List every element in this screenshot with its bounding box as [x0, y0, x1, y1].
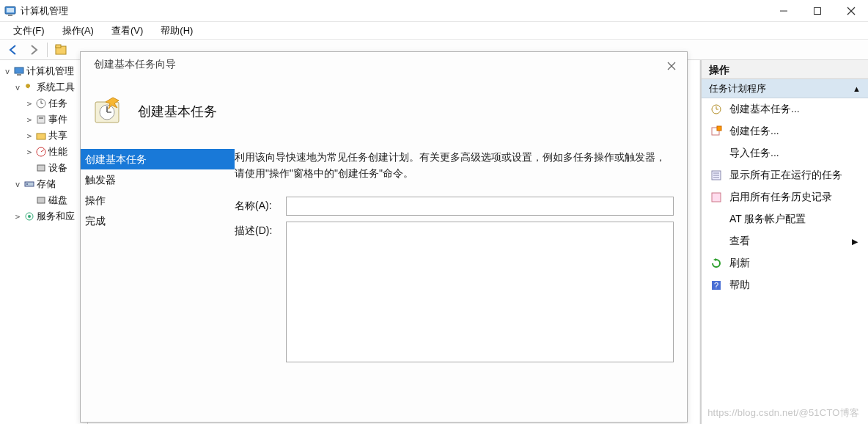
svg-rect-24 — [717, 126, 721, 131]
svg-rect-29 — [712, 193, 721, 202]
perf-icon — [35, 146, 47, 158]
share-icon — [35, 130, 47, 142]
expander-icon[interactable]: > — [13, 212, 22, 222]
history-icon — [710, 191, 722, 203]
toolbar-button[interactable] — [52, 42, 70, 58]
window-title: 计算机管理 — [21, 4, 68, 18]
wizard-step-action[interactable]: 操作 — [81, 190, 235, 211]
tree-label: 任务 — [48, 97, 67, 110]
minimize-button[interactable] — [767, 0, 801, 21]
menu-action[interactable]: 操作(A) — [55, 23, 101, 39]
svg-rect-1 — [7, 8, 14, 12]
wrench-icon — [23, 81, 35, 93]
dialog-close-button[interactable] — [665, 59, 678, 73]
actions-header: 操作 — [702, 60, 868, 79]
action-group-title[interactable]: 任务计划程序 ▲ — [702, 79, 868, 98]
computer-icon — [13, 65, 25, 77]
action-view-submenu[interactable]: 查看 ▶ — [702, 230, 868, 252]
disk-icon — [35, 194, 47, 206]
wizard-step-trigger[interactable]: 触发器 — [81, 169, 235, 190]
tree-panel: v 计算机管理 v 系统工具 > 任务 > 事件 > 共享 > 性能 — [0, 60, 88, 424]
description-label: 描述(D): — [235, 222, 286, 238]
refresh-icon — [710, 257, 722, 269]
menu-view[interactable]: 查看(V) — [104, 23, 150, 39]
clock-icon — [35, 98, 47, 109]
maximize-button[interactable] — [801, 0, 834, 21]
expander-icon[interactable]: v — [3, 67, 12, 76]
action-at-config[interactable]: AT 服务帐户配置 — [702, 208, 868, 230]
name-input[interactable] — [286, 197, 674, 216]
action-import-task[interactable]: 导入任务... — [702, 142, 868, 164]
tree-shared-folders[interactable]: > 共享 — [0, 128, 87, 144]
svg-rect-19 — [37, 197, 45, 203]
expander-icon[interactable]: > — [25, 99, 34, 109]
description-input[interactable] — [286, 222, 674, 362]
svg-rect-4 — [814, 7, 821, 14]
nav-forward-button[interactable] — [25, 42, 43, 58]
tree-label: 存储 — [37, 178, 56, 191]
tree-disk-management[interactable]: 磁盘 — [0, 192, 87, 208]
action-label: 创建基本任务... — [729, 103, 800, 116]
task-new-icon — [710, 125, 722, 137]
list-icon — [710, 169, 722, 181]
expander-icon[interactable]: > — [25, 131, 34, 141]
actions-panel: 操作 任务计划程序 ▲ 创建基本任务... 创建任务... 导入任务... 显示… — [701, 60, 868, 424]
wizard-description: 利用该向导快速地为常见任务创建计划。有关更多高级选项或设置，例如多任务操作或触发… — [235, 149, 674, 182]
action-help[interactable]: ? 帮助 — [702, 274, 868, 296]
expander-icon[interactable]: > — [25, 115, 34, 125]
tree-event-viewer[interactable]: > 事件 — [0, 112, 87, 128]
svg-rect-8 — [56, 45, 61, 48]
tree-services[interactable]: > 服务和应 — [0, 208, 87, 224]
menu-help[interactable]: 帮助(H) — [153, 23, 200, 39]
svg-rect-9 — [15, 67, 23, 73]
blank-icon — [710, 147, 722, 159]
expander-icon[interactable]: > — [25, 147, 34, 157]
action-label: 帮助 — [729, 279, 750, 292]
action-label: 刷新 — [729, 257, 750, 270]
tree-device-manager[interactable]: 设备 — [0, 160, 87, 176]
tree-performance[interactable]: > 性能 — [0, 144, 87, 160]
name-label: 名称(A): — [235, 197, 286, 213]
tree-label: 性能 — [48, 145, 67, 158]
action-show-running[interactable]: 显示所有正在运行的任务 — [702, 164, 868, 186]
storage-icon — [23, 178, 35, 190]
wizard-step-finish[interactable]: 完成 — [81, 211, 235, 231]
nav-back-button[interactable] — [4, 42, 22, 58]
action-label: 启用所有任务历史记录 — [729, 191, 832, 204]
tree-label: 服务和应 — [37, 210, 75, 223]
tree-label: 磁盘 — [48, 194, 67, 207]
title-bar: 计算机管理 — [0, 0, 868, 22]
svg-rect-10 — [17, 74, 21, 76]
device-icon — [35, 162, 47, 174]
action-enable-history[interactable]: 启用所有任务历史记录 — [702, 186, 868, 208]
wizard-steps: 创建基本任务 触发器 操作 完成 — [81, 149, 235, 422]
wizard-dialog: 创建基本任务向导 创建基本任务 创建基本任务 触发器 操作 完成 利用该向导快速… — [80, 51, 688, 423]
tree-root[interactable]: v 计算机管理 — [0, 63, 87, 79]
expander-icon[interactable]: v — [13, 83, 22, 92]
svg-rect-14 — [37, 134, 45, 139]
tree-task-scheduler[interactable]: > 任务 — [0, 95, 87, 112]
wizard-step-create[interactable]: 创建基本任务 — [81, 149, 235, 169]
tree-system-tools[interactable]: v 系统工具 — [0, 79, 87, 95]
dialog-title: 创建基本任务向导 — [94, 58, 176, 71]
action-create-task[interactable]: 创建任务... — [702, 120, 868, 142]
action-refresh[interactable]: 刷新 — [702, 252, 868, 274]
collapse-icon: ▲ — [853, 79, 861, 98]
wizard-hero-icon — [92, 96, 123, 127]
close-button[interactable] — [834, 0, 868, 21]
tree-label: 系统工具 — [37, 81, 75, 94]
chevron-right-icon: ▶ — [852, 237, 858, 246]
action-create-basic-task[interactable]: 创建基本任务... — [702, 98, 868, 120]
action-label: 查看 — [729, 235, 750, 248]
svg-text:?: ? — [714, 281, 718, 290]
tree-storage[interactable]: v 存储 — [0, 176, 87, 192]
svg-rect-2 — [8, 15, 12, 16]
action-label: 导入任务... — [729, 147, 779, 160]
event-icon — [35, 114, 47, 125]
menu-file[interactable]: 文件(F) — [6, 23, 52, 39]
menu-bar: 文件(F) 操作(A) 查看(V) 帮助(H) — [0, 22, 868, 40]
action-label: 创建任务... — [729, 125, 779, 138]
expander-icon[interactable]: v — [13, 180, 22, 189]
dialog-hero-title: 创建基本任务 — [138, 103, 217, 120]
svg-rect-16 — [37, 165, 45, 171]
